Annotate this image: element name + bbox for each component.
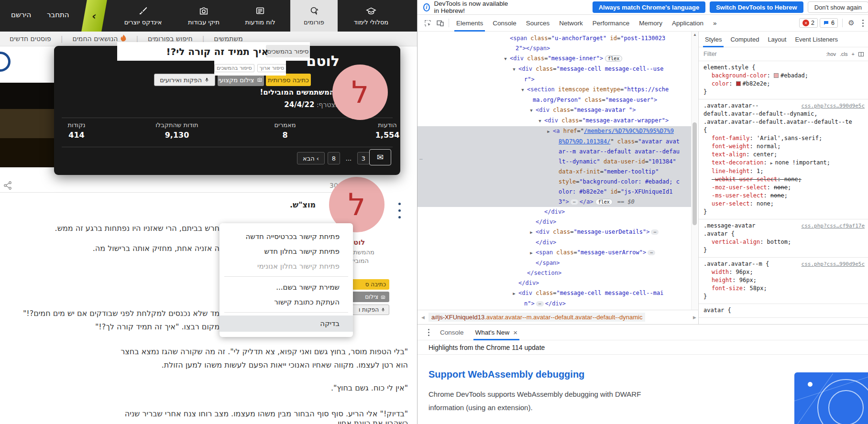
dom-tree-row[interactable]: </div> [418,217,691,227]
dom-tree-row[interactable]: r"> [418,75,691,85]
devtools-kebab-menu[interactable] [857,20,868,27]
elements-tree[interactable]: <span class="u-anchorTarget" id="post-11… [418,32,691,310]
more-tabs-chevron[interactable]: » [708,15,722,32]
subnav-members[interactable]: משתמשים [204,35,252,43]
collapse-flag-button[interactable]: ‹ [81,0,107,32]
thread-prefix-badge[interactable]: סיפור בהמשכים [266,45,310,57]
dom-tree-row[interactable]: ▼<div class="message-cell message-cell--… [418,64,691,75]
css-property[interactable]: line-height: 1; [703,167,864,175]
css-rules-list[interactable]: element.style {background-color: #ebadad… [699,61,868,318]
css-property[interactable]: -moz-user-select: none; [703,184,864,192]
dom-tree-row[interactable]: ▶<a href="/members/%D7%9C%D7%95%D7%9 [418,126,691,137]
dom-tree-row[interactable]: ▶<span class="message-userArrow">⋯ [418,248,691,258]
breadcrumb-right-arrow[interactable]: ▶ [693,315,696,320]
tab-styles[interactable]: Styles [701,32,726,47]
tab-performance[interactable]: Performance [588,15,634,32]
drawer-tab-whats-new[interactable]: What's New × [470,324,523,340]
nav-tab-forums-active[interactable]: פורומים [290,0,338,32]
subnav-search-forums[interactable]: חיפוש בפורומים [138,35,202,43]
css-property[interactable]: -webkit-user-select: none; [703,175,864,184]
css-property[interactable]: height: 96px; [703,276,864,284]
expand-arrow-closed[interactable]: ▶ [511,289,517,299]
pager-page-3[interactable]: 3 [357,152,370,164]
thread-title[interactable]: איך תמיד זה קורה לי?! [166,46,268,57]
dom-tree-row[interactable]: n">⋯</div> [418,299,691,309]
tooltip-avatar[interactable]: ל [332,65,388,120]
class-toggle[interactable]: .cls [840,51,848,57]
inspect-element-icon[interactable] [421,17,434,29]
expand-arrow-open[interactable]: ▼ [502,54,509,64]
scrollbar-thumb[interactable] [692,122,697,225]
thread-tag[interactable]: סיפור בהמשכים [214,64,254,72]
css-property[interactable]: text-align: center; [703,151,864,159]
dom-tree-row[interactable]: ▼<section itemscope itemtype="https://sc… [418,85,691,95]
always-match-language-button[interactable]: Always match Chrome's language [593,1,705,13]
menu-open-link-new-window[interactable]: פתיחת קישור בחלון חדש [220,244,353,259]
expand-arrow-open[interactable]: ▼ [519,85,526,95]
switch-to-hebrew-button[interactable]: Switch DevTools to Hebrew [710,1,803,13]
subnav-new-posts[interactable]: פוסטים חדשים [0,35,61,43]
css-property[interactable]: width: 96px; [703,268,864,276]
dom-tree-row[interactable]: style="background-color: #ebadad; c [418,177,691,187]
device-toolbar-icon[interactable] [434,17,446,29]
nav-tab-notice-board[interactable]: לוח מודעות [236,0,284,32]
elements-scrollbar[interactable]: ▲ [691,32,698,310]
login-link[interactable]: התחבר [47,11,69,19]
menu-inspect[interactable]: בדיקה [220,315,353,332]
dom-tree-row[interactable]: ▶<div class="message-userDetails">⋯ [418,227,691,238]
gear-icon[interactable]: ⚙ [845,17,857,29]
stat-articles[interactable]: מאמרים 8 [254,121,316,140]
css-property[interactable]: background-color: #ebadad; [703,72,864,80]
expand-arrow-closed[interactable]: ▶ [528,248,535,258]
css-property[interactable]: -ms-user-select: none; [703,192,864,200]
dom-tree-row[interactable]: lt--dynamic" data-user-id="101384" [418,157,691,167]
css-property[interactable]: font-weight: normal; [703,142,864,151]
dom-tree-row[interactable]: ar--m avatar--default avatar--defau [418,147,691,157]
grid-panel-icon[interactable] [858,52,864,56]
css-rule[interactable]: element.style {background-color: #ebadad… [699,61,868,99]
start-conversation-button[interactable]: ✉ [369,149,391,165]
expand-arrow-open[interactable]: ▼ [537,116,543,126]
css-property[interactable]: vertical-align: bottom; [703,238,864,246]
expand-arrow-closed[interactable]: ▶ [528,228,535,238]
drawer-tab-console[interactable]: Console [434,324,470,340]
post-menu-dots[interactable] [398,203,401,218]
tab-elements[interactable]: Elements [451,15,488,32]
dom-tree-row[interactable]: ▼<div class="message-avatar-wrapper"> [418,116,691,126]
thread-tag[interactable]: סיפור ארוך [257,64,286,72]
dom-tree-row[interactable]: data-xf-init="member-tooltip" [418,167,691,177]
expand-arrow-closed[interactable]: ▶ [545,127,552,137]
hover-state-toggle[interactable]: :hov [826,51,836,57]
color-swatch[interactable] [736,81,741,86]
pager-next-button[interactable]: הבא ‹ [297,152,325,164]
dom-tree-row[interactable]: </div> [418,207,691,217]
css-property[interactable]: color: #b82e2e; [703,80,864,88]
dont-show-again-button[interactable]: Don't show again [808,1,868,13]
tab-network[interactable]: Network [554,15,588,32]
share-icon[interactable] [3,181,12,192]
dom-tree-row[interactable]: </div> [418,238,691,248]
dom-tree-row[interactable]: </section> [418,268,691,278]
tab-event-listeners[interactable]: Event Listeners [791,32,842,47]
expand-arrow-open[interactable]: ▼ [528,106,535,116]
stylesheet-link[interactable]: css.php?css…990d9e5c [802,102,865,110]
tooltip-username[interactable]: לוטם [306,53,340,69]
dom-tree-row[interactable]: 8%D7%9D.101384/" class="avatar avat [418,137,691,147]
css-property[interactable]: text-decoration: ▶ none !important; [703,159,864,167]
stat-messages[interactable]: הודעות 1,554 [356,121,417,140]
stylesheet-link[interactable]: css.php?css…cf9af17e [802,222,865,230]
menu-save-link-as[interactable]: שמירת קישור בשם... [220,280,353,294]
css-rule[interactable]: css.php?css…990d9e5c.avatar.avatar--defa… [699,99,868,219]
css-property[interactable]: font-family: 'Arial',sans-serif; [703,134,864,142]
dom-tree-row[interactable]: 3">⋯</a>flex== $0 [418,197,691,207]
close-icon[interactable]: × [513,328,517,337]
css-rule[interactable]: css.php?css…cf9af17e.message-avatar.avat… [699,219,868,258]
pager-page-8[interactable]: 8 [328,152,340,164]
css-property[interactable]: user-select: none; [703,200,864,208]
stylesheet-link[interactable]: css.php?css…990d9e5c [802,260,865,268]
nav-tab-learning-paths[interactable]: מסלולי לימוד [341,0,402,32]
dom-tree-row[interactable]: olor: #b82e2e" id="js-XFUniqueId1 [418,187,691,197]
css-property[interactable]: font-size: 58px; [703,284,864,293]
nav-tab-creators-index[interactable]: אינדקס יוצרים [119,0,167,32]
stat-thanks-received[interactable]: תודות שהתקבלו 9,130 [146,121,208,140]
